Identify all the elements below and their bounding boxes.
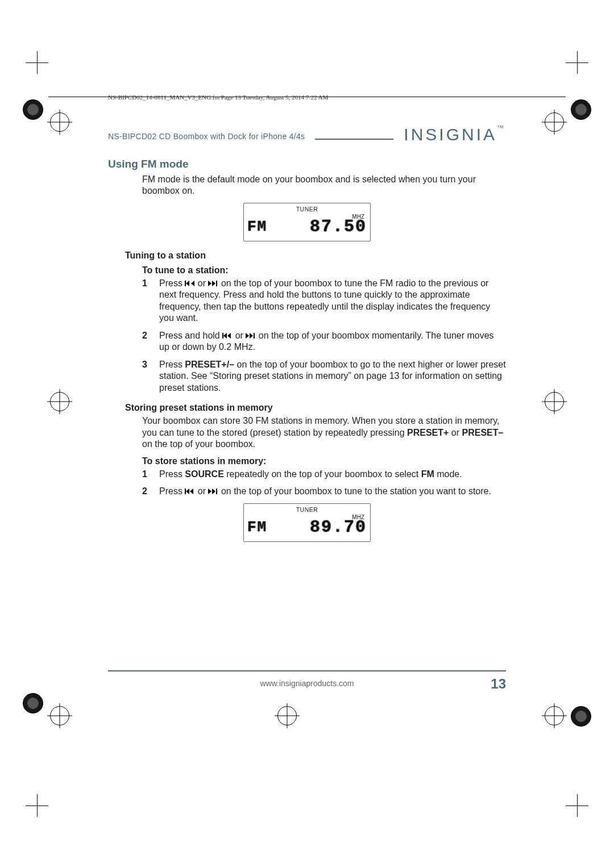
steps-tuning: 1 Press or on the top of your boombox to… bbox=[142, 278, 506, 394]
crop-mark-icon bbox=[26, 794, 48, 817]
svg-rect-0 bbox=[185, 281, 186, 286]
svg-marker-15 bbox=[208, 489, 211, 494]
page-number: 13 bbox=[491, 676, 506, 692]
step-text: Press or on the top of your boombox to t… bbox=[159, 278, 506, 324]
lcd-mode-label: TUNER bbox=[247, 506, 367, 513]
registration-target-icon bbox=[50, 706, 69, 725]
svg-marker-16 bbox=[212, 489, 215, 494]
skip-forward-icon bbox=[246, 332, 256, 339]
step-number: 2 bbox=[142, 330, 151, 353]
lcd-display-2: TUNER MHZ FM 89.70 bbox=[243, 503, 371, 542]
crop-mark-icon bbox=[566, 794, 588, 817]
step-text: Press and hold or on the top of your boo… bbox=[159, 330, 506, 353]
registration-target-icon bbox=[50, 392, 69, 411]
step-text: Press PRESET+/– on the top of your boomb… bbox=[159, 359, 506, 394]
page-root: NS-BIPCD02_14-0811_MAN_V3_ENG.fm Page 13… bbox=[0, 0, 614, 868]
registration-dark-icon bbox=[571, 706, 591, 727]
steps-heading-storing: To store stations in memory: bbox=[142, 456, 506, 466]
storing-intro: Your boombox can store 30 FM stations in… bbox=[142, 415, 506, 450]
svg-rect-12 bbox=[185, 489, 186, 494]
registration-target-icon bbox=[545, 112, 564, 132]
registration-target-icon bbox=[545, 392, 564, 411]
svg-rect-11 bbox=[254, 333, 255, 339]
svg-marker-2 bbox=[191, 281, 194, 286]
skip-forward-icon bbox=[208, 280, 218, 287]
page-header: NS-BIPCD02 CD Boombox with Dock for iPho… bbox=[108, 125, 506, 144]
registration-target-icon bbox=[50, 112, 69, 132]
brand-logo: INSIGNIA™ bbox=[404, 125, 506, 144]
skip-back-icon bbox=[185, 280, 195, 287]
registration-dark-icon bbox=[571, 99, 591, 120]
skip-back-icon bbox=[222, 332, 233, 339]
crop-mark-icon bbox=[26, 51, 48, 74]
skip-forward-icon bbox=[208, 488, 218, 495]
svg-marker-7 bbox=[223, 333, 227, 339]
lcd-frequency: 87.50 bbox=[310, 217, 367, 236]
footer-rule bbox=[108, 670, 506, 671]
product-title: NS-BIPCD02 CD Boombox with Dock for iPho… bbox=[108, 132, 305, 144]
footer-url: www.insigniaproducts.com bbox=[108, 679, 506, 688]
lcd-unit-label: MHZ bbox=[352, 514, 364, 520]
section-heading: Using FM mode bbox=[108, 158, 506, 170]
svg-marker-4 bbox=[212, 281, 215, 286]
registration-target-icon bbox=[545, 706, 564, 725]
svg-marker-9 bbox=[246, 333, 249, 339]
svg-marker-1 bbox=[186, 281, 189, 286]
step-number: 2 bbox=[142, 486, 151, 497]
subheading-storing: Storing preset stations in memory bbox=[125, 403, 506, 413]
svg-rect-6 bbox=[222, 333, 223, 339]
brand-text: INSIGNIA bbox=[404, 125, 497, 144]
step-item: 2 Press or on the top of your boombox to… bbox=[142, 486, 506, 497]
content-area: NS-BIPCD02 CD Boombox with Dock for iPho… bbox=[108, 125, 506, 550]
step-item: 2 Press and hold or on the top of your b… bbox=[142, 330, 506, 353]
lcd-unit-label: MHZ bbox=[352, 214, 364, 220]
registration-dark-icon bbox=[23, 99, 43, 120]
section-intro: FM mode is the default mode on your boom… bbox=[142, 174, 506, 197]
brand-tm: ™ bbox=[497, 124, 506, 132]
subheading-tuning: Tuning to a station bbox=[125, 251, 506, 261]
svg-marker-8 bbox=[227, 333, 231, 339]
svg-marker-10 bbox=[250, 333, 253, 339]
step-item: 1 Press SOURCE repeatedly on the top of … bbox=[142, 469, 506, 480]
step-text: Press SOURCE repeatedly on the top of yo… bbox=[159, 469, 506, 480]
header-rule bbox=[315, 139, 393, 140]
step-text: Press or on the top of your boombox to t… bbox=[159, 486, 506, 497]
step-item: 3 Press PRESET+/– on the top of your boo… bbox=[142, 359, 506, 394]
step-number: 1 bbox=[142, 278, 151, 324]
lcd-mode-label: TUNER bbox=[247, 206, 367, 212]
lcd-band: FM bbox=[247, 218, 267, 235]
svg-marker-14 bbox=[190, 489, 193, 494]
step-number: 1 bbox=[142, 469, 151, 480]
skip-back-icon bbox=[185, 488, 195, 495]
lcd-display-1: TUNER MHZ FM 87.50 bbox=[243, 203, 371, 241]
steps-storing: 1 Press SOURCE repeatedly on the top of … bbox=[142, 469, 506, 498]
registration-target-icon bbox=[277, 706, 297, 725]
svg-rect-17 bbox=[216, 489, 217, 494]
crop-mark-icon bbox=[566, 51, 588, 74]
lcd-frequency: 89.70 bbox=[310, 518, 367, 537]
steps-heading-tuning: To tune to a station: bbox=[142, 265, 506, 276]
registration-dark-icon bbox=[23, 693, 43, 713]
svg-marker-13 bbox=[186, 489, 189, 494]
svg-rect-5 bbox=[216, 281, 217, 286]
frame-header-text: NS-BIPCD02_14-0811_MAN_V3_ENG.fm Page 13… bbox=[108, 94, 328, 101]
svg-marker-3 bbox=[208, 281, 211, 286]
step-item: 1 Press or on the top of your boombox to… bbox=[142, 278, 506, 324]
lcd-band: FM bbox=[247, 519, 267, 536]
step-number: 3 bbox=[142, 359, 151, 394]
